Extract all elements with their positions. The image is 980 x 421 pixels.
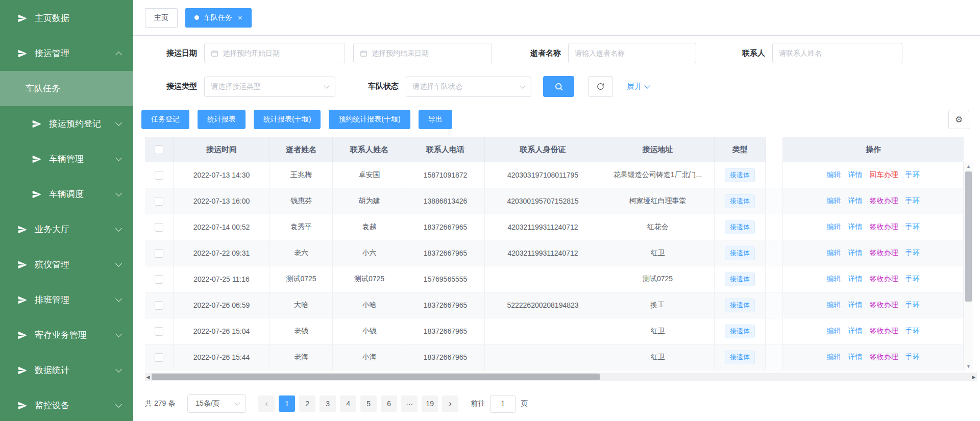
action-link-详情[interactable]: 详情: [848, 275, 863, 284]
action-link-签收办理[interactable]: 签收办理: [870, 301, 898, 310]
action-link-编辑[interactable]: 编辑: [827, 327, 841, 336]
action-link-编辑[interactable]: 编辑: [827, 196, 841, 206]
sidebar-item-11[interactable]: 监控设备: [0, 388, 133, 421]
pages-ellipsis[interactable]: ···: [401, 395, 418, 412]
action-link-手环[interactable]: 手环: [905, 275, 920, 284]
row-checkbox[interactable]: [155, 275, 163, 284]
horizontal-scrollbar-thumb[interactable]: [152, 374, 600, 380]
action-link-手环[interactable]: 手环: [905, 222, 920, 232]
action-link-签收办理[interactable]: 签收办理: [870, 249, 898, 258]
action-link-签收办理[interactable]: 签收办理: [870, 353, 898, 362]
cell-address: 花果锻造公司铸造1厂北门...: [601, 162, 715, 188]
row-checkbox[interactable]: [155, 197, 163, 206]
action-link-编辑[interactable]: 编辑: [827, 301, 841, 310]
scroll-down-arrow-icon[interactable]: ▼: [964, 362, 973, 370]
prev-page-button[interactable]: ‹: [258, 395, 275, 412]
date-start-input[interactable]: [204, 43, 345, 63]
toolbar-button-1[interactable]: 统计报表: [198, 110, 246, 129]
sidebar-item-9[interactable]: 寄存业务管理: [0, 317, 133, 353]
action-link-签收办理[interactable]: 签收办理: [870, 196, 898, 206]
vertical-scrollbar-thumb[interactable]: [965, 171, 972, 302]
row-checkbox[interactable]: [155, 353, 163, 362]
sidebar-item-0[interactable]: 主页数据: [0, 1, 133, 36]
column-settings-button[interactable]: ⚙: [948, 110, 969, 129]
deceased-name-field[interactable]: [575, 49, 690, 57]
sidebar-item-5[interactable]: 车辆调度: [0, 177, 133, 212]
contact-field[interactable]: [779, 49, 896, 57]
page-button-2[interactable]: 2: [299, 395, 315, 412]
action-link-手环[interactable]: 手环: [905, 353, 920, 362]
action-link-编辑[interactable]: 编辑: [827, 222, 841, 232]
action-link-签收办理[interactable]: 签收办理: [870, 275, 898, 284]
page-button-4[interactable]: 4: [340, 395, 356, 412]
date-end-input[interactable]: [353, 43, 492, 63]
action-link-详情[interactable]: 详情: [848, 196, 863, 206]
close-icon[interactable]: ×: [238, 14, 242, 21]
row-checkbox[interactable]: [155, 223, 163, 232]
date-start-field[interactable]: [223, 49, 338, 57]
deceased-name-input[interactable]: [568, 43, 696, 63]
horizontal-scrollbar[interactable]: ◀ ▶: [145, 373, 977, 381]
page-button-1[interactable]: 1: [279, 395, 295, 412]
action-link-详情[interactable]: 详情: [848, 353, 863, 362]
date-end-field[interactable]: [372, 49, 485, 57]
action-link-编辑[interactable]: 编辑: [827, 249, 841, 258]
sidebar-item-7[interactable]: 殡仪管理: [0, 247, 133, 282]
sidebar-item-3[interactable]: 接运预约登记: [0, 106, 133, 141]
toolbar-button-4[interactable]: 导出: [419, 110, 452, 129]
search-button[interactable]: [543, 76, 574, 97]
sidebar-item-10[interactable]: 数据统计: [0, 353, 133, 388]
action-link-详情[interactable]: 详情: [848, 301, 863, 310]
toolbar-button-3[interactable]: 预约统计报表(十堰): [329, 110, 410, 129]
cell-actions: 编辑详情签收办理手环: [783, 240, 964, 266]
cell-phone: 18372667965: [406, 214, 485, 240]
action-link-详情[interactable]: 详情: [848, 170, 863, 180]
sidebar-item-2[interactable]: 车队任务: [0, 71, 133, 106]
action-link-手环[interactable]: 手环: [905, 170, 920, 180]
action-link-编辑[interactable]: 编辑: [827, 275, 841, 284]
action-link-详情[interactable]: 详情: [848, 249, 863, 258]
tab-1[interactable]: 车队任务×: [185, 8, 252, 28]
sidebar-item-6[interactable]: 业务大厅: [0, 212, 133, 247]
sidebar-item-4[interactable]: 车辆管理: [0, 141, 133, 177]
action-link-签收办理[interactable]: 签收办理: [870, 327, 898, 336]
tab-0[interactable]: 主页: [145, 8, 178, 28]
action-link-手环[interactable]: 手环: [905, 196, 920, 206]
page-button-3[interactable]: 3: [320, 395, 336, 412]
contact-label: 联系人: [728, 48, 765, 58]
toolbar-button-2[interactable]: 统计报表(十堰): [254, 110, 321, 129]
scroll-right-arrow-icon[interactable]: ▶: [971, 373, 977, 381]
toolbar-button-0[interactable]: 任务登记: [141, 110, 189, 129]
row-checkbox[interactable]: [155, 171, 163, 180]
page-button-5[interactable]: 5: [360, 395, 377, 412]
fleet-status-select[interactable]: 请选择车队状态: [406, 77, 531, 97]
sidebar-item-8[interactable]: 排班管理: [0, 282, 133, 317]
action-link-签收办理[interactable]: 签收办理: [870, 222, 898, 232]
action-link-手环[interactable]: 手环: [905, 301, 920, 310]
vertical-scrollbar[interactable]: ▲ ▼: [964, 162, 973, 370]
row-checkbox[interactable]: [155, 327, 163, 336]
scroll-left-arrow-icon[interactable]: ◀: [145, 373, 151, 381]
expand-link[interactable]: 展开: [627, 82, 649, 91]
page-button-6[interactable]: 6: [381, 395, 397, 412]
page-button-19[interactable]: 19: [422, 395, 438, 412]
transport-type-select[interactable]: 请选择接运类型: [204, 77, 335, 97]
row-checkbox[interactable]: [155, 301, 163, 310]
action-link-手环[interactable]: 手环: [905, 249, 920, 258]
goto-page-input[interactable]: [490, 395, 516, 413]
page-size-select[interactable]: 15条/页: [187, 394, 246, 413]
row-checkbox[interactable]: [155, 249, 163, 258]
action-link-详情[interactable]: 详情: [848, 222, 863, 232]
scroll-up-arrow-icon[interactable]: ▲: [964, 162, 973, 170]
select-all-checkbox[interactable]: [155, 145, 163, 154]
paper-plane-icon: [17, 365, 28, 376]
action-link-编辑[interactable]: 编辑: [827, 170, 841, 180]
action-link-回车办理[interactable]: 回车办理: [870, 170, 898, 180]
action-link-详情[interactable]: 详情: [848, 327, 863, 336]
action-link-编辑[interactable]: 编辑: [827, 353, 841, 362]
action-link-手环[interactable]: 手环: [905, 327, 920, 336]
sidebar-item-1[interactable]: 接运管理: [0, 36, 133, 71]
refresh-button[interactable]: [588, 76, 613, 97]
next-page-button[interactable]: ›: [442, 395, 458, 412]
contact-input[interactable]: [772, 43, 902, 63]
